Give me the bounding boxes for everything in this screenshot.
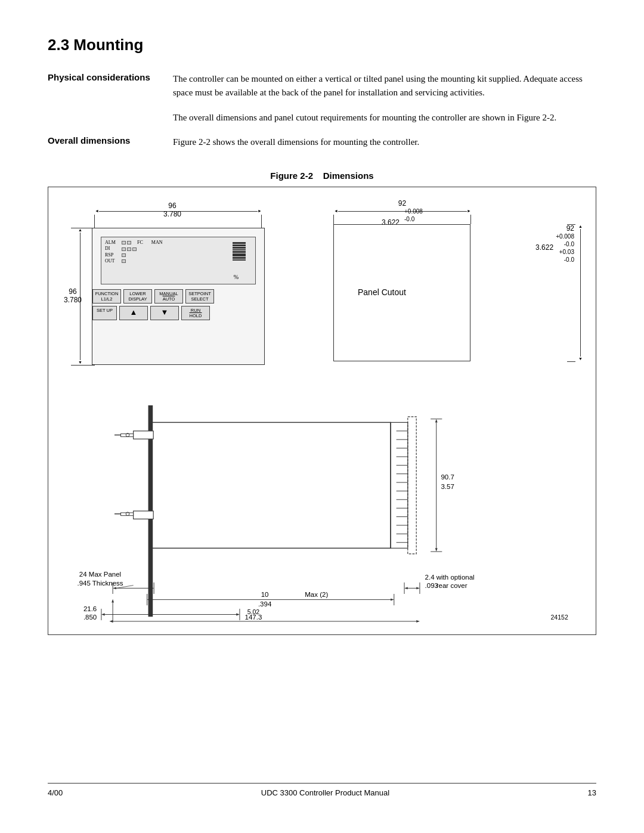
svg-rect-3 bbox=[121, 434, 134, 437]
page-footer: 4/00 UDC 3300 Controller Product Manual … bbox=[48, 783, 596, 797]
svg-rect-7 bbox=[121, 513, 134, 516]
di-label: DI bbox=[105, 246, 118, 252]
figure-title: Dimensions bbox=[323, 171, 374, 181]
tick-top-left bbox=[71, 228, 95, 228]
tick-bottom-left bbox=[71, 365, 95, 366]
svg-marker-62 bbox=[236, 614, 240, 616]
bc6 bbox=[233, 253, 246, 256]
section-title: 2.3 Mounting bbox=[48, 36, 596, 54]
footer-left: 4/00 bbox=[48, 788, 63, 797]
rsp-led bbox=[122, 253, 126, 257]
diagram-top: ◄ ► 96 3.780 ▲ ▼ 96 3.780 bbox=[59, 198, 585, 389]
svg-marker-43 bbox=[404, 587, 408, 590]
led3 bbox=[122, 247, 126, 251]
svg-rect-25 bbox=[408, 417, 416, 554]
diagram-bottom: 24 Max Panel .945 Thickness 10 .394 Max … bbox=[59, 395, 585, 627]
button-row-1: FUNCTION L1/L2 LOWER DISPLAY MANUAL AUTO bbox=[92, 289, 264, 304]
overall-dimensions-label: Overall dimensions bbox=[48, 135, 173, 149]
physical-considerations-label: Physical considerations bbox=[48, 72, 173, 100]
manual-auto-btn[interactable]: MANUAL AUTO bbox=[154, 289, 183, 304]
diagram-right: ◄ ► 92 3.622 +0.008 -0.0 +0.03 -0.0 bbox=[322, 198, 585, 389]
page: 2.3 Mounting Physical considerations The… bbox=[0, 0, 644, 833]
svg-marker-27 bbox=[113, 587, 116, 590]
panel-cutout-label: Panel Cutout bbox=[358, 287, 406, 297]
out-led bbox=[122, 259, 126, 263]
svg-marker-61 bbox=[101, 614, 105, 616]
display-row-out: OUT bbox=[105, 258, 252, 264]
svg-rect-6 bbox=[134, 511, 154, 519]
figure-caption: Figure 2-2 Dimensions bbox=[48, 171, 596, 181]
bc2 bbox=[233, 244, 246, 246]
svg-text:3.57: 3.57 bbox=[441, 483, 454, 490]
bc4 bbox=[233, 249, 246, 250]
figure-num: Figure 2-2 bbox=[270, 171, 313, 181]
svg-marker-68 bbox=[109, 620, 113, 623]
svg-text:24  Max Panel: 24 Max Panel bbox=[79, 571, 121, 578]
setup-btn[interactable]: SET UP bbox=[92, 306, 117, 320]
svg-text:rear cover: rear cover bbox=[436, 582, 467, 589]
phys-text2: The overall dimensions and panel cutout … bbox=[173, 111, 596, 125]
blank-label bbox=[48, 111, 173, 125]
out-label: OUT bbox=[105, 258, 118, 264]
tick-r2 bbox=[470, 215, 471, 224]
svg-text:24152: 24152 bbox=[550, 614, 568, 621]
phys-text1: The controller can be mounted on either … bbox=[173, 74, 583, 97]
man-label: MAN bbox=[151, 240, 163, 246]
display-row-alm: ALM FC MAN bbox=[105, 240, 252, 246]
svg-text:.850: .850 bbox=[83, 614, 97, 621]
setpoint-select-btn[interactable]: SETPOINT SELECT bbox=[185, 289, 214, 304]
tick-left-top bbox=[94, 215, 95, 228]
led2 bbox=[127, 241, 131, 244]
controller-display: ALM FC MAN bbox=[101, 237, 256, 284]
up-arrow-btn[interactable]: ▲ bbox=[119, 306, 148, 320]
tick-rv2 bbox=[567, 361, 575, 362]
left-height-label: 96 3.780 bbox=[64, 287, 82, 304]
svg-rect-1 bbox=[150, 422, 391, 548]
overall-dimensions-block: Overall dimensions Figure 2-2 shows the … bbox=[48, 135, 596, 149]
led1 bbox=[122, 241, 126, 244]
svg-marker-59 bbox=[112, 599, 114, 603]
alm-label: ALM bbox=[105, 240, 118, 246]
svg-marker-52 bbox=[435, 419, 438, 423]
run-hold-btn[interactable]: RUN HOLD bbox=[181, 306, 210, 320]
tick-rv1 bbox=[567, 224, 575, 225]
svg-rect-10 bbox=[391, 422, 408, 548]
button-row-2: SET UP ▲ ▼ RUN HOLD bbox=[92, 306, 264, 320]
down-arrow-btn[interactable]: ▼ bbox=[150, 306, 179, 320]
rsp-label: RSP bbox=[105, 252, 118, 258]
right-height-dim: 92 3.622 +0.008 -0.0 +0.03 -0.0 bbox=[535, 224, 574, 264]
display-row-di: DI bbox=[105, 246, 252, 252]
svg-text:21.6: 21.6 bbox=[83, 605, 97, 612]
svg-text:Max (2): Max (2) bbox=[305, 591, 328, 598]
svg-text:.394: .394 bbox=[258, 600, 272, 608]
percent-label: % bbox=[234, 274, 239, 280]
right-height-arrow: ▲ ▼ bbox=[578, 224, 583, 361]
controller-front-panel: ALM FC MAN bbox=[92, 228, 265, 365]
bc8 bbox=[233, 259, 246, 261]
footer-center: UDC 3300 Controller Product Manual bbox=[261, 788, 389, 797]
overall-para-block: The overall dimensions and panel cutout … bbox=[48, 111, 596, 125]
svg-text:10: 10 bbox=[261, 591, 269, 598]
bc1 bbox=[233, 242, 246, 244]
svg-marker-44 bbox=[416, 587, 420, 590]
svg-text:.945 Thickness: .945 Thickness bbox=[77, 580, 123, 587]
tick-r1 bbox=[333, 215, 334, 224]
led5 bbox=[132, 247, 137, 251]
svg-rect-2 bbox=[134, 431, 154, 439]
physical-considerations-text: The controller can be mounted on either … bbox=[173, 72, 596, 100]
svg-marker-53 bbox=[435, 548, 438, 552]
svg-text:5.02: 5.02 bbox=[247, 608, 260, 615]
svg-text:2.4: 2.4 bbox=[425, 574, 435, 581]
bc3 bbox=[233, 247, 246, 249]
top-width-label: 96 3.780 bbox=[163, 202, 181, 218]
fc-label: FC bbox=[137, 240, 143, 246]
tick-right-top bbox=[261, 215, 262, 228]
lower-display-btn[interactable]: LOWER DISPLAY bbox=[123, 289, 152, 304]
function-btn[interactable]: FUNCTION L1/L2 bbox=[92, 289, 121, 304]
svg-marker-36 bbox=[391, 599, 394, 601]
bc5 bbox=[233, 251, 246, 253]
bc7 bbox=[233, 257, 246, 259]
svg-text:with optional: with optional bbox=[436, 574, 475, 581]
svg-marker-69 bbox=[416, 620, 420, 623]
svg-text:90.7: 90.7 bbox=[441, 473, 454, 481]
